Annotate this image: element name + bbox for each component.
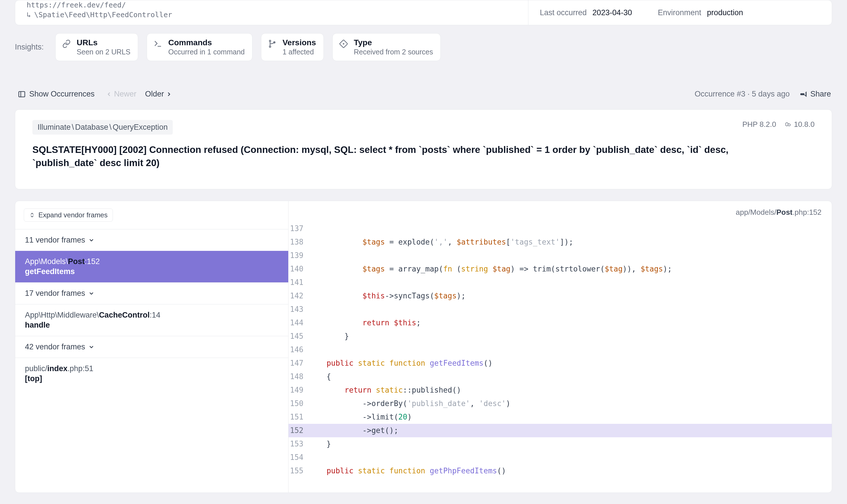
expand-vendor-frames-label: Expand vendor frames <box>38 211 107 219</box>
vendor-frames-group[interactable]: 11 vendor frames <box>15 229 288 251</box>
line-source: ->get(); <box>308 424 398 437</box>
code-line: 139 <box>288 249 832 262</box>
chevron-right-icon <box>166 91 172 97</box>
code-line: 147 public static function getFeedItems(… <box>288 357 832 370</box>
code-path-line: 152 <box>809 208 822 216</box>
insight-title: Type <box>354 38 433 47</box>
older-button[interactable]: Older <box>145 90 172 98</box>
share-button[interactable]: Share <box>800 90 831 98</box>
line-source: } <box>308 330 349 343</box>
chevron-down-icon <box>89 291 94 296</box>
line-number: 137 <box>288 222 308 235</box>
show-occurrences-button[interactable]: Show Occurrences <box>18 90 94 98</box>
exception-class[interactable]: Illuminate\Database\QueryException <box>32 120 173 134</box>
expand-vendor-frames-button[interactable]: Expand vendor frames <box>24 209 113 222</box>
code-line: 137 <box>288 222 832 235</box>
code-line: 153 } <box>288 437 832 451</box>
occurrence-bar: Show Occurrences Newer Older Occurrence … <box>0 64 847 104</box>
line-source: $tags = array_map(fn (string $tag) => tr… <box>308 262 672 276</box>
line-source: public static function getFeedItems() <box>308 357 493 370</box>
stack-frame[interactable]: public/index.php:51[top] <box>15 358 288 390</box>
code-line: 141 <box>288 276 832 289</box>
code-body[interactable]: 137138 $tags = explode(',', $attributes[… <box>288 222 832 478</box>
stack-frame-path: App\Models\Post:152 <box>25 257 279 266</box>
line-number: 152 <box>288 424 308 437</box>
stack-frame[interactable]: App\Http\Middleware\CacheControl:14handl… <box>15 304 288 336</box>
laravel-version-badge: 10.8.0 <box>785 120 815 129</box>
line-number: 142 <box>288 289 308 303</box>
stack-frame[interactable]: App\Models\Post:152getFeedItems <box>15 251 288 282</box>
expand-icon <box>29 212 35 218</box>
line-number: 144 <box>288 316 308 330</box>
code-line: 151 ->limit(20) <box>288 410 832 424</box>
line-source: return $this; <box>308 316 421 330</box>
older-label: Older <box>145 90 164 98</box>
stack-frame-function: handle <box>25 321 279 330</box>
line-source: ->limit(20) <box>308 410 412 424</box>
vendor-frames-label: 17 vendor frames <box>25 289 85 298</box>
line-source: public static function getPhpFeedItems() <box>308 464 506 478</box>
line-source: return static::published() <box>308 383 461 397</box>
error-card: Illuminate\Database\QueryException PHP 8… <box>15 109 832 189</box>
line-number: 140 <box>288 262 308 276</box>
line-number: 155 <box>288 464 308 478</box>
insight-sub: 1 affected <box>283 48 316 56</box>
context-controller: \Spatie\Feed\Http\FeedController <box>27 10 172 20</box>
laravel-version-text: 10.8.0 <box>794 120 815 129</box>
code-line: 148 { <box>288 370 832 383</box>
code-line: 140 $tags = array_map(fn (string $tag) =… <box>288 262 832 276</box>
code-path: app/Models/Post.php:152 <box>288 201 832 222</box>
code-line: 144 return $this; <box>288 316 832 330</box>
exception-ns-1: Illuminate <box>37 123 71 131</box>
php-version-badge: PHP 8.2.0 <box>742 120 776 129</box>
insight-sub: Seen on 2 URLS <box>77 48 131 56</box>
line-number: 150 <box>288 397 308 410</box>
line-number: 139 <box>288 249 308 262</box>
branch-icon <box>267 39 277 49</box>
svg-rect-6 <box>19 91 25 97</box>
code-line: 146 <box>288 343 832 357</box>
stack-frame-path: App\Http\Middleware\CacheControl:14 <box>25 311 279 320</box>
stack-panel: Expand vendor frames 11 vendor framesApp… <box>15 201 832 493</box>
last-occurred-label: Last occurred <box>540 8 587 17</box>
laravel-icon <box>785 121 792 128</box>
line-source: ->orderBy('publish_date', 'desc') <box>308 397 510 410</box>
code-line: 154 <box>288 451 832 464</box>
line-source: $this->syncTags($tags); <box>308 289 465 303</box>
code-line: 143 <box>288 303 832 316</box>
frames-column: Expand vendor frames 11 vendor framesApp… <box>15 201 288 492</box>
insights-label: Insights: <box>15 43 44 52</box>
occurrence-meta: Occurrence #3 · 5 days ago <box>694 90 790 98</box>
context-card: https://freek.dev/feed/ \Spatie\Feed\Htt… <box>15 0 832 25</box>
code-column: app/Models/Post.php:152 137138 $tags = e… <box>288 201 832 492</box>
chevron-down-icon <box>89 344 94 350</box>
vendor-frames-group[interactable]: 42 vendor frames <box>15 336 288 358</box>
line-number: 151 <box>288 410 308 424</box>
context-url-block: https://freek.dev/feed/ \Spatie\Feed\Htt… <box>15 0 184 25</box>
insight-versions[interactable]: Versions 1 affected <box>261 33 324 61</box>
line-source: $tags = explode(',', $attributes['tags_t… <box>308 235 574 249</box>
vendor-frames-group[interactable]: 17 vendor frames <box>15 282 288 304</box>
svg-point-5 <box>343 43 344 44</box>
line-number: 146 <box>288 343 308 357</box>
insight-urls[interactable]: URLs Seen on 2 URLS <box>55 33 138 61</box>
newer-label: Newer <box>114 90 136 98</box>
chevron-left-icon <box>106 91 112 97</box>
crosshair-icon <box>338 39 349 49</box>
insight-title: URLs <box>77 38 131 47</box>
insight-commands[interactable]: Commands Occurred in 1 command <box>147 33 252 61</box>
newer-button: Newer <box>106 90 136 98</box>
insight-title: Versions <box>283 38 316 47</box>
show-occurrences-label: Show Occurrences <box>29 90 94 98</box>
line-number: 143 <box>288 303 308 316</box>
insight-type[interactable]: Type Received from 2 sources <box>332 33 441 61</box>
code-path-suffix: .php <box>793 208 807 216</box>
insight-title: Commands <box>168 38 245 47</box>
line-number: 138 <box>288 235 308 249</box>
stack-frame-function: [top] <box>25 374 279 383</box>
exception-ns-2: Database <box>75 123 108 131</box>
code-line: 155 public static function getPhpFeedIte… <box>288 464 832 478</box>
exception-ns-3: QueryException <box>112 123 167 131</box>
line-source: } <box>308 437 331 451</box>
chevron-down-icon <box>89 237 94 243</box>
